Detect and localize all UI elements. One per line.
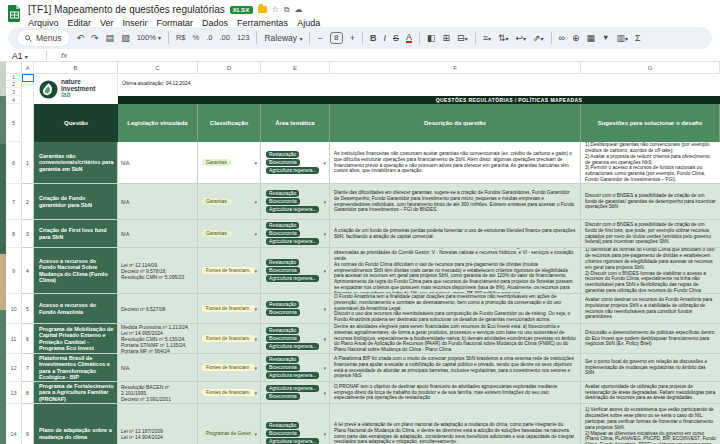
increase-font-size-button[interactable]: + xyxy=(350,33,355,43)
merge-cells-button[interactable]: ⊟▾ xyxy=(457,33,468,44)
suggestion-cell[interactable]: Discussão e desenvolvimento de políticas… xyxy=(581,324,720,354)
suggestion-cell[interactable]: Avaliar oportunidade de utilização para … xyxy=(581,382,720,404)
theme-chip[interactable]: Agricultura regenera... xyxy=(266,438,319,444)
index-cell[interactable]: 6 xyxy=(22,324,34,354)
row-number[interactable]: 14 xyxy=(6,404,22,444)
legislation-cell[interactable]: N/A xyxy=(118,354,198,382)
legislation-cell[interactable]: Decreto nº 6.527/08 xyxy=(118,294,198,324)
theme-cell[interactable]: RestauraçãoBioeconomia▾ xyxy=(261,294,330,324)
percent-format-button[interactable]: % xyxy=(193,33,200,43)
legislation-cell[interactable]: N/A xyxy=(118,184,198,220)
chevron-down-icon[interactable]: ▾ xyxy=(323,199,326,205)
legislation-cell[interactable]: Lei nº 12.114/09, Decreto nº 9.578/18, R… xyxy=(118,248,198,294)
theme-cell[interactable]: RestauraçãoBioeconomiaAgricultura regene… xyxy=(261,248,330,294)
theme-chip[interactable]: Bioeconomia xyxy=(266,335,300,342)
decrease-font-size-button[interactable]: − xyxy=(317,33,322,43)
horizontal-align-button[interactable]: ≡▾ xyxy=(483,33,491,44)
question-cell[interactable]: Programa de Mobilização de Capital Priva… xyxy=(34,324,118,354)
chevron-down-icon[interactable]: ▾ xyxy=(323,268,326,274)
index-cell[interactable]: 9 xyxy=(22,404,34,444)
theme-cell[interactable]: RestauraçãoBioeconomiaAgricultura regene… xyxy=(261,220,330,248)
classification-cell[interactable]: Fontes de financiam.▾ xyxy=(198,354,261,382)
theme-cell[interactable]: RestauraçãoBioeconomiaAgricultura regene… xyxy=(261,324,330,354)
vertical-align-button[interactable]: ⇅▾ xyxy=(498,33,509,44)
legislation-cell[interactable]: N/A xyxy=(118,220,198,248)
question-cell[interactable]: Garantias não convencionais/critérios pa… xyxy=(34,142,118,184)
classification-chip[interactable]: Fontes de financiam. xyxy=(202,305,255,313)
text-rotation-button[interactable]: ⇗▾ xyxy=(533,33,544,44)
classification-chip[interactable]: Fontes de financiam. xyxy=(202,364,255,372)
description-cell[interactable]: A lei prevê a elaboração de um plano nac… xyxy=(330,404,581,444)
undo-button[interactable]: ↶ xyxy=(77,33,85,43)
theme-chip[interactable]: Restauração xyxy=(266,422,299,429)
theme-chip[interactable]: Agricultura regenera... xyxy=(266,372,319,379)
chevron-down-icon[interactable]: ▾ xyxy=(254,199,257,205)
number-format-button[interactable]: 123 xyxy=(237,33,250,43)
row-number[interactable]: 11 xyxy=(6,324,22,354)
theme-chip[interactable]: Bioeconomia xyxy=(266,309,300,316)
description-cell[interactable]: A criação de um fundo de primeiras perda… xyxy=(330,220,581,248)
row-number[interactable]: 8 xyxy=(6,220,22,248)
theme-chip[interactable]: Bioeconomia xyxy=(266,230,300,237)
theme-chip[interactable]: Restauração xyxy=(266,190,299,197)
column-header-a[interactable]: A xyxy=(22,62,34,74)
column-a-cells[interactable] xyxy=(22,74,34,142)
header-questao[interactable]: Questão xyxy=(34,104,118,142)
classification-chip[interactable]: Garantias xyxy=(202,159,231,167)
suggestion-cell[interactable]: Avaliar como destinar os recursos do Fun… xyxy=(581,294,720,324)
theme-chip[interactable]: Restauração xyxy=(266,356,299,363)
description-cell[interactable]: O Fundo Amazônia tem a finalidade captar… xyxy=(330,294,581,324)
chevron-down-icon[interactable]: ▾ xyxy=(254,365,257,371)
legislation-cell[interactable]: Resolução BACEN nº 2.191/1995, Decreto n… xyxy=(118,382,198,404)
currency-format-button[interactable]: R$ xyxy=(176,33,186,43)
classification-cell[interactable]: Fontes de financiam.▾ xyxy=(198,324,261,354)
description-cell[interactable]: A Plataforma BIP foi criada com o intuit… xyxy=(330,354,581,382)
suggestion-cell[interactable]: 1) Identificar as normas do Fundo Clima … xyxy=(581,248,720,294)
theme-chip[interactable]: Bioeconomia xyxy=(266,393,300,400)
classification-cell[interactable]: Fontes de financiam.▾ xyxy=(198,382,261,404)
insert-link-button[interactable]: ∞ xyxy=(559,33,565,43)
chevron-down-icon[interactable]: ▾ xyxy=(254,306,257,312)
question-cell[interactable]: Plano de adaptação sobre a mudança do cl… xyxy=(34,404,118,444)
row-number[interactable]: 3 xyxy=(6,88,21,96)
index-cell[interactable]: 4 xyxy=(22,248,34,294)
column-header-d[interactable]: D xyxy=(198,62,261,74)
theme-chip[interactable]: Bioeconomia xyxy=(266,364,300,371)
description-cell[interactable]: As instituições financeiras não costumam… xyxy=(330,142,581,184)
text-wrap-button[interactable]: ↩▾ xyxy=(515,33,526,44)
name-box[interactable]: A1 ▾ xyxy=(12,51,42,61)
suggestion-cell[interactable]: Discutir com o BNDES a possibilidade de … xyxy=(581,220,720,248)
insert-chart-button[interactable]: ▦ xyxy=(587,33,596,43)
filter-button[interactable]: ▼ xyxy=(602,33,609,43)
chevron-down-icon[interactable]: ▾ xyxy=(323,431,326,437)
theme-chip[interactable]: Restauração xyxy=(266,259,299,266)
document-title[interactable]: [TF1] Mapeamento de questões regulatória… xyxy=(28,4,225,15)
chevron-down-icon[interactable]: ▾ xyxy=(323,390,326,396)
paint-format-button[interactable]: ▧ xyxy=(121,33,130,43)
index-cell[interactable]: 3 xyxy=(22,220,34,248)
index-cell[interactable]: 8 xyxy=(22,382,34,404)
description-cell[interactable]: Diante das dificuldades em oferecer gara… xyxy=(330,184,581,220)
theme-chip[interactable]: Agricultura regenera... xyxy=(266,343,319,350)
question-cell[interactable]: Acesso a recursos do Fundo Nacional Sobr… xyxy=(34,248,118,294)
cloud-status-icon[interactable]: ☁ xyxy=(295,6,303,14)
index-cell[interactable]: 1 xyxy=(22,142,34,184)
theme-cell[interactable]: Agricultura regenera...Bioeconomia▾ xyxy=(261,382,330,404)
bold-button[interactable]: B xyxy=(370,33,377,43)
functions-button[interactable]: Σ xyxy=(635,33,641,43)
chevron-down-icon[interactable]: ▾ xyxy=(254,390,257,396)
question-cell[interactable]: Acesso a recursos do Fundo Amazônia xyxy=(34,294,118,324)
theme-chip[interactable]: Agricultura regenera... xyxy=(266,385,319,392)
fill-color-button[interactable]: ◧ xyxy=(427,33,436,43)
chevron-down-icon[interactable]: ▾ xyxy=(254,336,257,342)
column-header-g[interactable]: G xyxy=(581,62,720,74)
decrease-decimal-button[interactable]: .0 xyxy=(206,33,212,43)
font-size-input[interactable]: 8 xyxy=(330,32,343,44)
theme-chip[interactable]: Agricultura regenera... xyxy=(266,206,319,213)
insert-comment-button[interactable]: ⊕ xyxy=(572,33,580,43)
theme-chip[interactable]: Agricultura regenera... xyxy=(266,238,319,245)
row-number[interactable]: 10 xyxy=(6,294,22,324)
legislation-cell[interactable]: Lei nº 12.187/2009 Lei nº 14.904/2024 xyxy=(118,404,198,444)
chevron-down-icon[interactable]: ▾ xyxy=(254,160,257,166)
classification-cell[interactable]: Garantias▾ xyxy=(198,184,261,220)
